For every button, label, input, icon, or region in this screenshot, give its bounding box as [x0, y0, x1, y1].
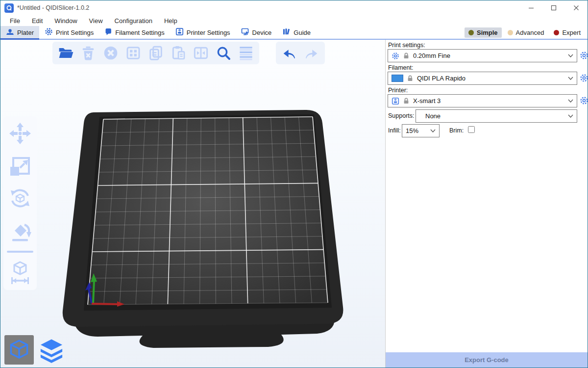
printer-icon [175, 27, 184, 37]
menu-file[interactable]: File [4, 16, 25, 26]
mode-dot [554, 30, 559, 35]
tab-device[interactable]: Device [236, 26, 277, 39]
gear-icon [580, 96, 588, 105]
layers-preview-view-button[interactable] [38, 337, 65, 365]
gear-icon [580, 74, 588, 82]
mode-simple[interactable]: Simple [465, 27, 502, 38]
app-window: *Untitled - QIDISlicer-1.0.2 File Edit W… [0, 0, 588, 368]
maximize-button[interactable] [542, 0, 565, 15]
infill-label: Infill: [388, 127, 401, 134]
brim-checkbox[interactable] [468, 126, 475, 133]
3d-editor-view-button[interactable] [4, 335, 34, 365]
tab-plater[interactable]: Plater [0, 26, 39, 39]
chevron-down-icon [430, 129, 436, 132]
menu-edit[interactable]: Edit [26, 16, 48, 26]
printer-icon [392, 97, 399, 105]
lock-icon [407, 75, 414, 82]
tab-printer-settings[interactable]: Printer Settings [170, 26, 236, 39]
supports-value: None [419, 112, 564, 120]
chevron-down-icon [568, 77, 573, 80]
split-objects-button[interactable] [192, 44, 210, 62]
filament-value: QIDI PLA Rapido [417, 75, 564, 82]
measure-button[interactable] [8, 261, 32, 285]
3d-viewport[interactable] [0, 40, 385, 368]
printer-combo[interactable]: X-smart 3 [388, 94, 577, 107]
tab-guide[interactable]: Guide [277, 26, 316, 39]
tab-bar: Plater Print Settings Filament Settings … [0, 26, 588, 40]
main-toolbar [52, 42, 259, 64]
close-button[interactable] [565, 0, 588, 15]
lock-icon [403, 52, 410, 59]
view-mode-switcher [4, 335, 65, 365]
filament-icon [104, 28, 112, 37]
filament-combo[interactable]: QIDI PLA Rapido [388, 72, 577, 85]
guide-icon [282, 27, 291, 37]
delete-all-button[interactable] [101, 44, 120, 62]
paste-button[interactable] [169, 44, 188, 62]
infill-value: 15% [406, 127, 427, 134]
minimize-button[interactable] [520, 0, 542, 15]
supports-combo[interactable]: None [416, 109, 577, 123]
mode-advanced[interactable]: Advanced [504, 27, 548, 38]
open-button[interactable] [56, 44, 75, 62]
mode-dot [508, 30, 513, 35]
redo-button[interactable] [302, 44, 321, 62]
gear-icon [392, 52, 399, 60]
search-button[interactable] [214, 44, 233, 62]
title-bar: *Untitled - QIDISlicer-1.0.2 [0, 0, 588, 15]
arrange-button[interactable] [124, 44, 143, 62]
mode-dot [468, 30, 474, 35]
lock-icon [403, 97, 410, 105]
filament-color-swatch [392, 75, 403, 82]
undo-redo-toolbar [276, 42, 325, 64]
menu-configuration[interactable]: Configuration [109, 16, 158, 26]
scale-button[interactable] [8, 154, 32, 178]
gear-icon [45, 27, 53, 37]
place-on-face-button[interactable] [8, 218, 32, 243]
delete-button[interactable] [79, 44, 98, 62]
print-settings-label: Print settings: [388, 42, 425, 49]
mode-switcher: Simple Advanced Expert [465, 26, 588, 39]
left-toolbar [3, 116, 37, 290]
infill-combo[interactable]: 15% [402, 124, 440, 137]
brim-label: Brim: [449, 127, 464, 134]
filament-label: Filament: [388, 64, 413, 71]
chevron-down-icon [568, 99, 573, 103]
copy-button[interactable] [147, 44, 165, 62]
menu-help[interactable]: Help [159, 16, 183, 26]
print-settings-value: 0.20mm Fine [413, 52, 564, 59]
supports-label: Supports: [388, 112, 415, 119]
chevron-down-icon [568, 54, 573, 57]
app-logo-icon [4, 3, 14, 13]
window-title: *Untitled - QIDISlicer-1.0.2 [17, 4, 89, 11]
move-button[interactable] [8, 121, 32, 146]
variable-layer-height-button[interactable] [237, 44, 255, 62]
printer-value: X-smart 3 [413, 97, 564, 105]
settings-sidebar: Print settings: 0.20mm Fine Filament: QI… [385, 40, 588, 368]
printer-gear-button[interactable] [579, 96, 588, 105]
chevron-down-icon [568, 114, 573, 118]
rotate-button[interactable] [8, 186, 32, 210]
plater-icon [6, 27, 14, 37]
device-icon [241, 27, 249, 37]
menu-window[interactable]: Window [49, 16, 82, 26]
filament-gear-button[interactable] [579, 73, 588, 83]
cube-3d-icon [8, 339, 30, 361]
menu-view[interactable]: View [84, 16, 108, 26]
layers-icon [39, 338, 64, 364]
build-plate [0, 40, 385, 368]
print-settings-gear-button[interactable] [579, 51, 588, 60]
export-gcode-button[interactable]: Export G-code [386, 352, 588, 368]
tab-print-settings[interactable]: Print Settings [39, 26, 99, 39]
gear-icon [580, 51, 588, 60]
tab-filament-settings[interactable]: Filament Settings [99, 26, 170, 39]
toolbar-separator [7, 251, 33, 253]
undo-button[interactable] [280, 44, 298, 62]
menu-bar: File Edit Window View Configuration Help [0, 15, 588, 26]
print-settings-combo[interactable]: 0.20mm Fine [388, 49, 577, 62]
printer-label: Printer: [388, 87, 408, 94]
mode-expert[interactable]: Expert [550, 27, 585, 38]
